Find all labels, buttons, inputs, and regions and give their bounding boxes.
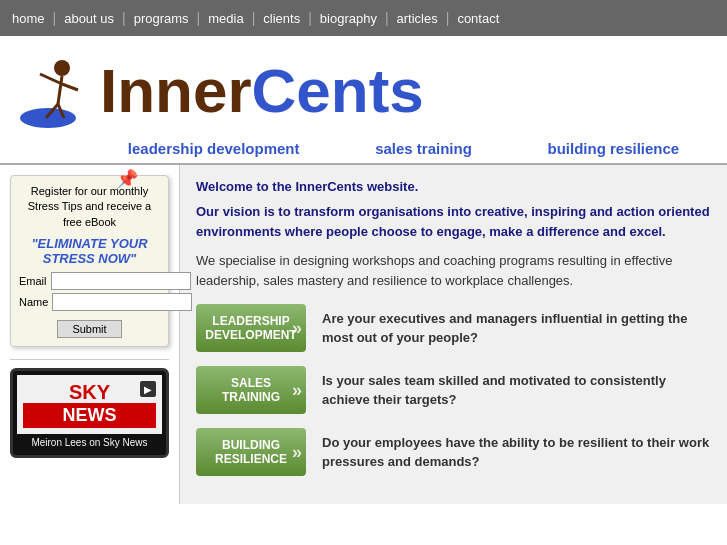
tv-video-box[interactable]: ▶ SKY NEWS Meiron Lees on Sky News xyxy=(10,368,169,458)
tagline-resilience: building resilience xyxy=(547,140,679,157)
tagline-leadership: leadership development xyxy=(128,140,300,157)
pushpin-icon: 📌 xyxy=(116,168,138,190)
resilience-desc: Do your employees have the ability to be… xyxy=(322,433,711,472)
stress-ebook-title: "ELIMINATE YOUR STRESS NOW" xyxy=(19,236,160,266)
email-label: Email xyxy=(19,275,47,287)
sky-news-label: NEWS xyxy=(23,403,156,428)
specialise-text: We specialise in designing workshops and… xyxy=(196,251,711,290)
nav-home[interactable]: home xyxy=(4,11,53,26)
sales-desc: Is your sales team skilled and motivated… xyxy=(322,371,711,410)
svg-line-2 xyxy=(58,76,62,104)
sidebar-divider xyxy=(10,359,169,360)
tv-play-button[interactable]: ▶ xyxy=(140,381,156,397)
logo-inner: Inner xyxy=(100,56,252,125)
leadership-button[interactable]: LEADERSHIPDEVELOPMENT xyxy=(196,304,306,352)
vision-text: Our vision is to transform organisations… xyxy=(196,202,711,241)
email-row: Email xyxy=(19,272,160,290)
email-input[interactable] xyxy=(51,272,191,290)
submit-button[interactable]: Submit xyxy=(57,320,121,338)
tagline-sales: sales training xyxy=(375,140,472,157)
svg-point-0 xyxy=(20,108,76,128)
leadership-desc: Are your executives and managers influen… xyxy=(322,309,711,348)
name-input[interactable] xyxy=(52,293,192,311)
sky-text: SKY xyxy=(23,381,156,403)
svg-line-4 xyxy=(62,84,78,90)
logo-icon xyxy=(10,46,100,136)
logo-row: InnerCents xyxy=(10,46,717,136)
tagline-row: leadership development sales training bu… xyxy=(10,140,717,157)
main-content: Welcome to the InnerCents website. Our v… xyxy=(180,165,727,504)
sidebar: 📌 Register for our monthly Stress Tips a… xyxy=(0,165,180,504)
nav-contact[interactable]: contact xyxy=(449,11,507,26)
tv-caption: Meiron Lees on Sky News xyxy=(17,434,162,451)
nav-programs[interactable]: programs xyxy=(126,11,197,26)
service-row-leadership: LEADERSHIPDEVELOPMENT Are your executive… xyxy=(196,304,711,352)
nav-clients[interactable]: clients xyxy=(255,11,308,26)
tv-screen: ▶ SKY NEWS xyxy=(17,375,162,434)
nav-about-us[interactable]: about us xyxy=(56,11,122,26)
svg-line-3 xyxy=(40,74,62,84)
navigation: home | about us | programs | media | cli… xyxy=(0,0,727,36)
logo-cents: Cents xyxy=(252,56,424,125)
service-row-resilience: BUILDINGRESILIENCE Do your employees hav… xyxy=(196,428,711,476)
main-layout: 📌 Register for our monthly Stress Tips a… xyxy=(0,163,727,504)
name-row: Name xyxy=(19,293,160,311)
sky-label: SKY xyxy=(23,381,156,403)
header: InnerCents leadership development sales … xyxy=(0,36,727,163)
service-row-sales: SALESTRAINING Is your sales team skilled… xyxy=(196,366,711,414)
nav-media[interactable]: media xyxy=(200,11,251,26)
nav-articles[interactable]: articles xyxy=(389,11,446,26)
welcome-text: Welcome to the InnerCents website. xyxy=(196,179,711,194)
sales-button[interactable]: SALESTRAINING xyxy=(196,366,306,414)
stress-register-text: Register for our monthly Stress Tips and… xyxy=(19,184,160,230)
nav-biography[interactable]: biography xyxy=(312,11,385,26)
svg-point-1 xyxy=(54,60,70,76)
logo-text: InnerCents xyxy=(100,60,424,122)
stress-registration-box: 📌 Register for our monthly Stress Tips a… xyxy=(10,175,169,347)
name-label: Name xyxy=(19,296,48,308)
resilience-button[interactable]: BUILDINGRESILIENCE xyxy=(196,428,306,476)
